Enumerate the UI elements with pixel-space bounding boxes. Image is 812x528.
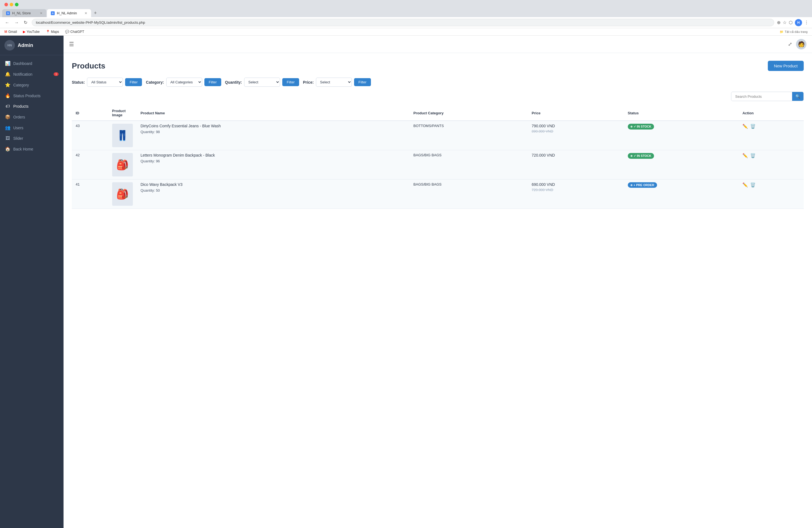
maps-icon: 📍 [46, 30, 50, 34]
notification-badge: 1 [54, 72, 59, 76]
status-badge: + PRE ORDER [628, 182, 657, 188]
back-button[interactable]: ← [3, 19, 11, 26]
bookmark-icon[interactable]: ☆ [783, 20, 787, 25]
table-row: 42 🎒 Letters Monogram Denim Backpack - B… [72, 150, 804, 179]
sidebar-item-dashboard[interactable]: 📊 Dashboard [0, 58, 63, 69]
cell-action: ✏️ 🗑️ [739, 150, 804, 179]
sidebar-item-notification[interactable]: 🔔 Notification 1 [0, 69, 63, 79]
delete-button[interactable]: 🗑️ [750, 124, 756, 129]
expand-icon[interactable]: ⤢ [788, 41, 792, 47]
col-status: Status [624, 105, 739, 121]
translate-icon[interactable]: ⊕ [777, 20, 781, 25]
filter-group-price: Price: Select Under 500k 500k-1M Over 1M… [303, 78, 371, 87]
new-product-button[interactable]: New Product [768, 61, 804, 71]
cell-image: 🎒 [108, 150, 137, 179]
delete-button[interactable]: 🗑️ [750, 182, 756, 188]
col-price: Price [528, 105, 624, 121]
sidebar-item-slider-label: Slider [13, 136, 23, 141]
address-bar: ← → ↻ localhost/Ecommerce_website-PHP-My… [0, 17, 812, 28]
cell-name: Dico Wavy Backpack V3 Quantity: 50 [137, 179, 410, 209]
sidebar-item-slider[interactable]: 🖼 Slider [0, 133, 63, 144]
status-products-icon: 🔥 [5, 93, 11, 98]
col-id: ID [72, 105, 108, 121]
edit-button[interactable]: ✏️ [742, 153, 748, 158]
hamburger-icon[interactable]: ☰ [69, 41, 74, 47]
sidebar-item-status-label: Status Products [13, 93, 41, 98]
sidebar-item-orders[interactable]: 📦 Orders [0, 112, 63, 122]
product-quantity: Quantity: 50 [141, 188, 406, 192]
tab-new-button[interactable]: + [92, 9, 99, 17]
cell-status: ✓ IN STOCK [624, 150, 739, 179]
action-buttons: ✏️ 🗑️ [742, 182, 800, 188]
tab-admin[interactable]: A H_NL Admin ✕ [47, 9, 91, 17]
status-filter-label: Status: [72, 80, 85, 85]
reload-button[interactable]: ↻ [22, 19, 29, 26]
cell-status: + PRE ORDER [624, 179, 739, 209]
search-input[interactable] [731, 92, 792, 101]
edit-button[interactable]: ✏️ [742, 124, 748, 129]
category-filter-button[interactable]: Filter [204, 78, 221, 86]
col-image: Product Image [108, 105, 137, 121]
page-header: Products New Product [72, 61, 804, 71]
cell-action: ✏️ 🗑️ [739, 121, 804, 150]
bookmark-gmail[interactable]: M Gmail [3, 29, 18, 34]
col-action: Action [739, 105, 804, 121]
quantity-filter-button[interactable]: Filter [282, 78, 299, 86]
col-category: Product Category [410, 105, 528, 121]
product-name: Dico Wavy Backpack V3 [141, 182, 406, 187]
browser-user-avatar[interactable]: H [795, 19, 802, 26]
sidebar-item-users-label: Users [13, 126, 24, 130]
extension-icon[interactable]: ⬡ [789, 20, 793, 25]
bookmark-chatgpt[interactable]: 💬 ChatGPT [64, 29, 85, 34]
product-image: 🎒 [112, 153, 133, 176]
browser-dots [4, 3, 18, 6]
browser-tabs: S H_NL Store ✕ A H_NL Admin ✕ + [2, 9, 810, 17]
bookmark-chatgpt-label: ChatGPT [70, 30, 84, 34]
main-content: ☰ ⤢ 🧑 Products New Product Status: All S… [63, 35, 812, 528]
sidebar-item-back-home[interactable]: 🏠 Back Home [0, 144, 63, 155]
price-filter-button[interactable]: Filter [354, 78, 371, 86]
tab-store[interactable]: S H_NL Store ✕ [2, 9, 46, 17]
status-filter-select[interactable]: All Status In Stock Pre Order Out of Sto… [87, 78, 123, 87]
quantity-filter-select[interactable]: Select 0-10 11-50 51-100 100+ [244, 78, 280, 87]
forward-button[interactable]: → [13, 19, 20, 26]
status-filter-button[interactable]: Filter [125, 78, 142, 86]
cell-action: ✏️ 🗑️ [739, 179, 804, 209]
sidebar-item-users[interactable]: 👥 Users [0, 122, 63, 133]
bookmark-youtube[interactable]: ▶ YouTube [22, 29, 41, 34]
youtube-icon: ▶ [23, 30, 25, 34]
status-badge: ✓ IN STOCK [628, 124, 654, 130]
sidebar-item-status-products[interactable]: 🔥 Status Products [0, 90, 63, 101]
bookmark-maps-label: Maps [51, 30, 59, 34]
dot-red[interactable] [4, 3, 8, 6]
user-avatar[interactable]: 🧑 [796, 39, 807, 49]
gmail-icon: M [4, 30, 7, 34]
sidebar-item-orders-label: Orders [13, 115, 25, 119]
menu-icon[interactable]: ⋮ [804, 20, 809, 25]
product-image: 🎒 [112, 182, 133, 206]
search-button[interactable]: 🔍 [792, 92, 803, 101]
delete-button[interactable]: 🗑️ [750, 153, 756, 158]
tab-admin-close[interactable]: ✕ [85, 11, 87, 15]
tab-favicon-admin: A [51, 11, 55, 15]
slider-icon: 🖼 [5, 136, 11, 141]
price-filter-select[interactable]: Select Under 500k 500k-1M Over 1M [316, 78, 352, 87]
tab-store-close[interactable]: ✕ [40, 11, 43, 15]
dot-yellow[interactable] [10, 3, 13, 6]
sidebar-item-dashboard-label: Dashboard [13, 61, 32, 66]
cell-price: 720.000 VND [528, 150, 624, 179]
category-filter-select[interactable]: All Categories Bags/Big Bags Bottoms/Pan… [166, 78, 202, 87]
sidebar-item-products[interactable]: 🏷 Products [0, 101, 63, 112]
cell-image: 🎒 [108, 179, 137, 209]
dot-green[interactable] [15, 3, 18, 6]
products-icon: 🏷 [5, 104, 11, 109]
bookmark-all[interactable]: 📁 Tất cả dấu trang [779, 30, 809, 34]
category-icon: ⭐ [5, 82, 11, 88]
bookmark-maps[interactable]: 📍 Maps [45, 29, 60, 34]
product-quantity: Quantity: 96 [141, 159, 406, 163]
bookmark-gmail-label: Gmail [8, 30, 17, 34]
filter-group-category: Category: All Categories Bags/Big Bags B… [146, 78, 221, 87]
url-bar[interactable]: localhost/Ecommerce_website-PHP-MySQL/ad… [32, 19, 774, 26]
sidebar-item-category[interactable]: ⭐ Category [0, 79, 63, 90]
edit-button[interactable]: ✏️ [742, 182, 748, 188]
